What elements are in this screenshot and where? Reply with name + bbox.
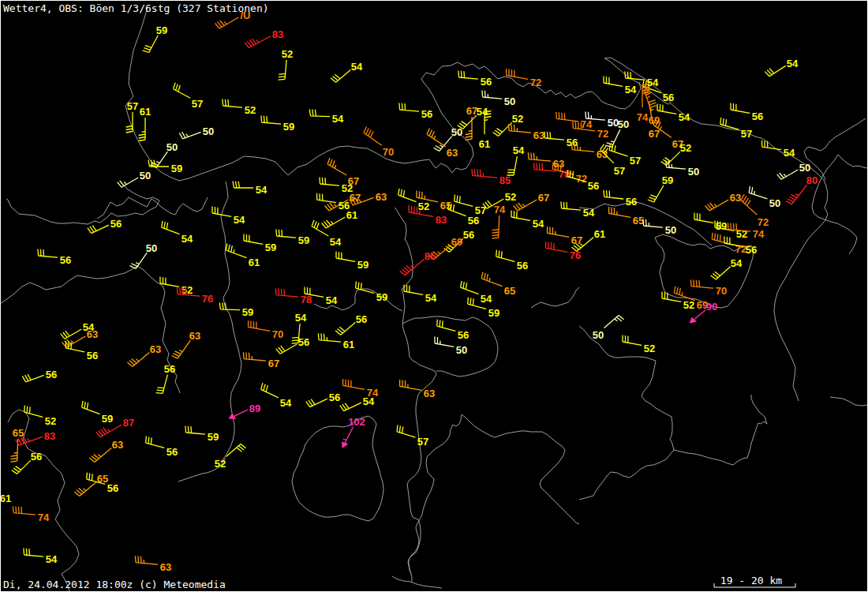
gust-value-label: 63 [533,129,544,141]
gust-value-label: 56 [87,350,98,362]
gust-value-label: 50 [504,96,515,107]
gust-value-label: 74 [494,204,506,215]
gust-value-label: 59 [242,306,253,318]
gust-value-label: 72 [576,173,587,185]
gust-value-label: 74 [581,118,593,130]
gust-value-label: 87 [123,417,134,429]
gust-value-label: 63 [87,328,98,340]
gust-value-label: 54 [363,395,375,407]
gust-value-label: 67 [268,358,279,369]
gust-value-label: 56 [663,92,674,103]
gust-value-label: 54 [256,184,268,196]
gust-value-label: 56 [746,244,757,256]
gust-value-label: 56 [481,76,492,88]
gust-value-label: 54 [332,113,344,125]
gust-value-label: 83 [436,214,447,226]
gust-value-label: 72 [530,77,541,88]
gust-value-label: 67 [571,234,582,246]
gust-value-label: 50 [451,126,462,138]
gust-value-label: 56 [107,482,118,494]
gust-value-label: 59 [265,242,276,253]
gust-value-label: 54 [513,144,525,156]
gust-value-label: 59 [488,307,499,319]
gust-value-label: 59 [662,174,673,186]
gust-value-label: 59 [208,431,219,443]
gust-value-label: 56 [166,446,178,458]
map-canvas: 59/U835257576152595050595054545672545056… [0,0,868,592]
gust-value-label: 61 [594,228,605,240]
gust-value-label: 61 [249,257,260,268]
gust-value-label: 67 [649,128,660,140]
gust-value-label: 63 [376,191,387,203]
gust-value-label: 54 [351,61,363,73]
gust-value-label: 50 [203,126,214,137]
scale-label: 19 - 20 km [720,575,782,586]
gust-value-label: 85 [425,250,436,262]
gust-value-label: 54 [787,58,799,69]
gust-value-label: 102 [348,416,365,428]
gust-value-label: 70 [383,146,394,158]
gust-value-label: 59 [298,234,309,246]
gust-value-label: 50 [688,166,699,178]
gust-value-label: 54 [234,214,245,226]
gust-value-label: 54 [625,84,637,96]
gust-value-label: 70 [716,285,727,297]
gust-value-label: 50 [166,141,178,153]
gust-value-label: 89 [249,403,260,414]
gust-value-label: 50 [146,242,157,254]
gust-value-label: 54 [326,294,338,306]
gust-value-label: 54 [295,312,307,324]
gust-value-label: 83 [44,430,55,442]
gust-value-label: 57 [192,98,203,110]
gust-value-label: 52 [680,142,691,154]
gust-value-label: 63 [447,147,458,159]
gust-value-label: 63 [112,439,123,451]
gust-value-label: 54 [181,233,193,245]
gust-value-label: 70 [272,328,283,340]
gust-value-label: 50 [593,329,604,341]
gust-value-label: 63 [730,192,741,204]
gust-value-label: 80 [806,174,817,186]
gust-value-label: 59 [283,121,294,133]
gust-value-label: 52 [683,299,694,311]
gust-value-label: 52 [512,113,523,125]
gust-value-label: 59 [156,24,167,36]
gust-value-label: 63 [160,561,171,573]
gust-value-label: 59 [171,163,182,174]
gust-value-label: 56 [60,254,71,266]
gust-value-label: 56 [517,260,528,272]
gust-value-label: 65 [504,285,515,297]
gust-value-label: 52 [245,104,256,116]
gust-value-label: 54 [280,397,292,409]
gust-value-label: 72 [758,216,769,228]
gust-value-label: 50 [456,344,467,356]
gust-value-label: 72 [597,128,608,140]
weather-map-window: 59/U835257576152595050595054545672545056… [0,0,868,592]
gust-value-label: 59 [357,259,369,271]
gust-value-label: 54 [583,207,595,219]
gust-value-label: 56 [458,329,469,341]
gust-value-label: 65 [13,427,24,439]
gust-value-label: 56 [421,108,432,120]
gust-value-label: 85 [499,174,511,186]
gust-value-label: 61 [0,493,11,504]
gust-value-label: 63 [189,330,200,342]
map-timestamp: Di, 24.04.2012 18:00z (c) Meteomedia [3,579,226,590]
gust-value-label: 69 [451,236,462,248]
gust-value-label: 50 [769,197,780,209]
gust-value-label: 57 [741,128,752,140]
gust-value-label: 90 [706,301,717,313]
gust-value-label: 56 [468,215,479,227]
gust-value-label: 52 [282,48,293,60]
gust-value-label: 65 [633,215,644,227]
gust-value-label: 56 [626,196,637,208]
gust-value-label: 63 [597,148,608,160]
gust-value-label: 61 [479,138,490,150]
gust-value-label: 54 [731,257,743,269]
gust-value-label: 50 [799,162,810,174]
gust-value-label: 52 [45,415,56,427]
gust-value-label: 59 [376,291,387,303]
gust-value-label: 54 [481,293,492,305]
gust-value-label: 56 [164,363,175,375]
gust-value-label: 57 [630,155,641,167]
